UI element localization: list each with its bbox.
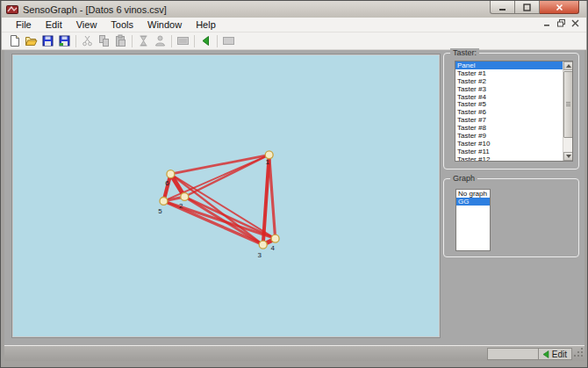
- save-button[interactable]: [39, 33, 56, 49]
- status-bar: Edit: [4, 345, 584, 361]
- toolbar-separator: [171, 35, 172, 47]
- toolbar-separator: [132, 35, 133, 47]
- graph-list-item[interactable]: No graph: [456, 190, 490, 198]
- arrow-up-icon: [566, 64, 571, 68]
- save-as-icon: [58, 34, 71, 47]
- export-icon: [222, 34, 235, 47]
- graph-node-5[interactable]: [160, 197, 168, 205]
- status-mode-panel: Edit: [487, 348, 572, 360]
- scroll-up-button[interactable]: [563, 61, 573, 70]
- taster-list-item[interactable]: Taster #10: [455, 140, 572, 148]
- taster-listbox[interactable]: PanelTaster #1Taster #2Taster #3Taster #…: [455, 61, 573, 162]
- app-icon: [6, 4, 18, 15]
- menu-file[interactable]: File: [9, 18, 39, 32]
- graph-edge-1-3: [263, 155, 269, 244]
- menu-help[interactable]: Help: [189, 18, 223, 32]
- image-button: [175, 33, 191, 49]
- menu-view[interactable]: View: [69, 18, 104, 32]
- toolbar-separator: [217, 35, 218, 47]
- graph-edge-1-6: [170, 155, 269, 174]
- graph-listbox[interactable]: No graphGG: [455, 189, 491, 251]
- close-button[interactable]: [540, 1, 579, 14]
- resize-grip[interactable]: [574, 350, 583, 358]
- cut-button: [79, 33, 96, 49]
- taster-list-item[interactable]: Taster #1: [455, 69, 572, 77]
- taster-list-item[interactable]: Taster #11: [455, 148, 572, 155]
- scroll-down-button[interactable]: [563, 152, 573, 161]
- graph-node-label-3: 3: [258, 251, 262, 259]
- graph-node-label-4: 4: [270, 244, 275, 252]
- taster-groupbox: Taster: PanelTaster #1Taster #2Taster #3…: [443, 53, 579, 170]
- app-window: SensoGraph - [Datos 6 vinos.csv] FileEdi…: [0, 0, 588, 368]
- taster-list-item[interactable]: Taster #4: [455, 93, 572, 101]
- menu-tools[interactable]: Tools: [104, 18, 140, 32]
- graph-node-4[interactable]: [271, 235, 279, 242]
- menu-window[interactable]: Window: [140, 18, 189, 32]
- taster-list-item[interactable]: Taster #6: [455, 108, 572, 116]
- new-button[interactable]: [6, 33, 23, 49]
- graph-node-3[interactable]: [259, 241, 267, 249]
- close-icon: [556, 4, 563, 11]
- menu-bar: FileEditViewToolsWindowHelp: [2, 18, 586, 32]
- taster-group-label: Taster:: [450, 48, 479, 57]
- user-icon: [154, 34, 167, 47]
- taster-list-item[interactable]: Panel: [455, 61, 572, 69]
- copy-icon: [97, 34, 111, 47]
- taster-list-item[interactable]: Taster #8: [455, 124, 572, 132]
- taster-list-item[interactable]: Taster #12: [455, 155, 572, 162]
- mdi-close-icon[interactable]: [571, 19, 579, 27]
- maximize-button[interactable]: [515, 1, 540, 14]
- graph-group-label: Graph: [450, 174, 477, 183]
- mdi-client-area: 123456 Taster: PanelTaster #1Taster #2Ta…: [4, 50, 584, 345]
- graph-groupbox: Graph No graphGG: [443, 178, 579, 257]
- image-icon: [176, 34, 190, 47]
- graph-node-label-5: 5: [158, 207, 162, 215]
- scrollbar-thumb[interactable]: [563, 71, 573, 138]
- taster-list-item[interactable]: Taster #7: [455, 116, 572, 124]
- toolbar-separator: [75, 35, 76, 47]
- copy-button: [96, 33, 112, 49]
- save-as-button[interactable]: [56, 33, 73, 49]
- graph-edge-1-4: [269, 155, 276, 238]
- taster-list-item[interactable]: Taster #2: [455, 77, 572, 85]
- window-title: SensoGraph - [Datos 6 vinos.csv]: [23, 4, 167, 15]
- graph-node-6[interactable]: [167, 170, 175, 178]
- graph-node-label-6: 6: [165, 179, 169, 187]
- export-button: [220, 33, 237, 49]
- minimize-button[interactable]: [490, 1, 515, 14]
- mdi-restore-icon[interactable]: [557, 19, 565, 27]
- taster-list-item[interactable]: Taster #3: [455, 85, 572, 93]
- graph-list-item[interactable]: GG: [456, 198, 490, 206]
- new-icon: [8, 34, 21, 47]
- maximize-icon: [523, 4, 531, 11]
- graph-node-label-2: 2: [179, 202, 183, 210]
- back-icon: [199, 34, 212, 47]
- taster-list-item[interactable]: Taster #5: [455, 100, 572, 108]
- taster-scrollbar[interactable]: [563, 61, 572, 161]
- paste-icon: [114, 34, 127, 47]
- graph-edge-6-4: [170, 174, 275, 239]
- status-mode-label: Edit: [552, 350, 567, 359]
- toolbar: [2, 32, 586, 50]
- title-bar: SensoGraph - [Datos 6 vinos.csv]: [2, 1, 586, 18]
- status-divider: [538, 349, 539, 359]
- user-button: [152, 33, 169, 49]
- save-icon: [41, 34, 54, 47]
- graph-node-label-1: 1: [265, 158, 269, 166]
- graph-node-2[interactable]: [181, 193, 189, 201]
- open-icon: [25, 34, 38, 47]
- graph-canvas[interactable]: 123456: [12, 54, 440, 337]
- arrow-down-icon: [566, 155, 571, 158]
- graph-edge-1-2: [184, 155, 269, 197]
- menu-edit[interactable]: Edit: [39, 18, 69, 32]
- hourglass-icon: [137, 34, 150, 47]
- status-mode-cell: Edit: [542, 350, 571, 359]
- paste-button: [112, 33, 129, 49]
- minimize-icon: [498, 4, 506, 11]
- cut-icon: [81, 34, 94, 47]
- mdi-minimize-icon[interactable]: [543, 19, 551, 27]
- taster-list-item[interactable]: Taster #9: [455, 132, 572, 140]
- back-button[interactable]: [197, 33, 214, 49]
- open-button[interactable]: [23, 33, 39, 49]
- toolbar-separator: [194, 35, 195, 47]
